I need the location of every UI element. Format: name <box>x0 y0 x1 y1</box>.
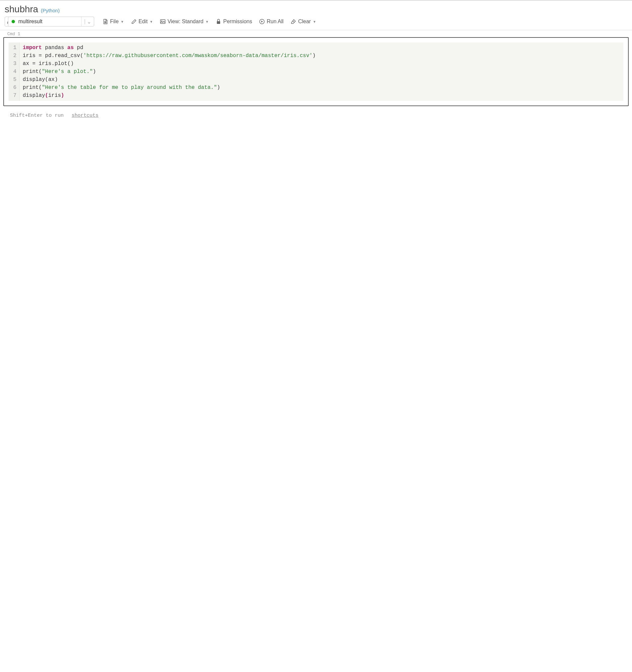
image-icon <box>160 19 166 24</box>
toolbar: multiresult | ⌄ File ▼ Edit ▼ <box>0 17 632 30</box>
edit-icon <box>131 19 137 24</box>
chevron-down-icon: ⌄ <box>87 19 91 25</box>
run-all-label: Run All <box>267 19 284 25</box>
permissions-button[interactable]: Permissions <box>216 19 252 25</box>
cluster-name: multiresult <box>18 19 43 25</box>
clear-button[interactable]: Clear ▼ <box>291 19 316 25</box>
language-tag: (Python) <box>41 8 60 13</box>
file-button[interactable]: File ▼ <box>103 19 124 25</box>
svg-rect-3 <box>161 20 165 24</box>
lock-icon <box>216 19 221 24</box>
file-icon <box>103 19 108 24</box>
view-label: View: Standard <box>167 19 203 25</box>
code-cell[interactable]: 1234567 import pandas as pdiris = pd.rea… <box>3 37 629 106</box>
notebook-name[interactable]: shubhra <box>5 4 38 15</box>
cmd-label: Cmd 1 <box>3 31 629 37</box>
run-all-button[interactable]: Run All <box>259 19 284 25</box>
line-gutter: 1234567 <box>9 43 20 101</box>
file-label: File <box>110 19 119 25</box>
footer-hint: Shift+Enter to run shortcuts <box>0 106 632 125</box>
view-button[interactable]: View: Standard ▼ <box>160 19 209 25</box>
status-dot-icon <box>11 20 15 23</box>
caret-down-icon: ▼ <box>121 20 124 24</box>
code-area[interactable]: 1234567 import pandas as pdiris = pd.rea… <box>9 43 623 101</box>
cell-container: Cmd 1 1234567 import pandas as pdiris = … <box>0 30 632 106</box>
run-hint: Shift+Enter to run <box>10 113 64 118</box>
cluster-dropdown[interactable]: | ⌄ <box>81 17 94 26</box>
divider-icon: | <box>84 19 86 25</box>
shortcuts-link[interactable]: shortcuts <box>72 113 98 118</box>
caret-down-icon: ▼ <box>205 20 209 24</box>
edit-label: Edit <box>139 19 148 25</box>
play-circle-icon <box>259 19 265 24</box>
cluster-selector[interactable]: multiresult | ⌄ <box>8 17 94 26</box>
caret-down-icon: ▼ <box>313 20 316 24</box>
permissions-label: Permissions <box>223 19 252 25</box>
edit-button[interactable]: Edit ▼ <box>131 19 153 25</box>
caret-down-icon: ▼ <box>149 20 153 24</box>
clear-label: Clear <box>298 19 311 25</box>
code-content[interactable]: import pandas as pdiris = pd.read_csv('h… <box>20 43 319 101</box>
svg-rect-5 <box>217 21 220 24</box>
eraser-icon <box>291 19 296 24</box>
header: shubhra (Python) <box>0 1 632 17</box>
